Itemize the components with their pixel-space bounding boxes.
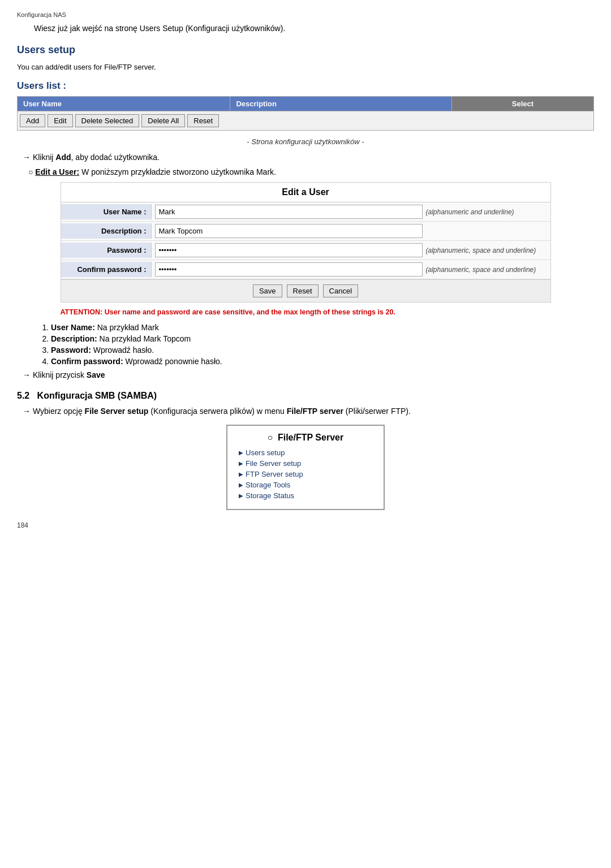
list-item-4-label: Confirm password:	[51, 357, 123, 366]
edit-password-row: Password : (alphanumeric, space and unde…	[61, 241, 550, 260]
ftp-item-label-1: Users setup	[246, 448, 285, 457]
list-item-3-text: Wprowadź hasło.	[93, 346, 154, 355]
arrow-icon-1: →	[23, 153, 33, 162]
col-select: Select	[451, 97, 593, 111]
ftp-menu-title: ○ File/FTP Server	[239, 433, 372, 443]
edit-user-box: Edit a User User Name : (alphanumeric an…	[61, 182, 551, 303]
arrow-item-1: → Kliknij Add, aby dodać użytkownika.	[23, 153, 594, 162]
circle-icon-1: ○	[28, 167, 35, 176]
users-list-title: Users list :	[17, 80, 594, 92]
page-number: 184	[17, 521, 594, 529]
ftp-menu-title-text: File/FTP Server	[278, 433, 343, 442]
edit-password-hint: (alphanumeric, space and underline)	[426, 247, 550, 254]
ftp-menu-box: ○ File/FTP Server ▶ Users setup ▶ File S…	[226, 425, 385, 510]
circle-item-1: ○ Edit a User: W poniższym przykładzie s…	[28, 167, 594, 176]
edit-btn-row: Save Reset Cancel	[61, 279, 550, 302]
edit-confirm-hint: (alphanumeric, space and underline)	[426, 266, 550, 274]
circle-text-1: W poniższym przykładzie stworzono użytko…	[81, 167, 276, 176]
add-button[interactable]: Add	[20, 114, 45, 127]
ftp-menu-item-1[interactable]: ▶ Users setup	[239, 448, 372, 457]
arrow-text-1: Kliknij Add, aby dodać użytkownika.	[33, 153, 160, 162]
edit-confirm-password-row: Confirm password : (alphanumeric, space …	[61, 260, 550, 279]
edit-username-input[interactable]	[155, 205, 423, 219]
tri-icon-1: ▶	[239, 450, 243, 456]
ftp-item-label-5: Storage Status	[246, 491, 294, 500]
section-number: 5.2	[17, 391, 29, 400]
users-setup-title: Users setup	[17, 44, 594, 56]
edit-username-label: User Name :	[61, 204, 152, 219]
edit-save-button[interactable]: Save	[253, 284, 282, 297]
section52-arrow: → Wybierz opcję File Server setup (Konfi…	[23, 407, 594, 416]
attention-text: ATTENTION: User name and password are ca…	[61, 308, 551, 316]
tri-icon-5: ▶	[239, 493, 243, 499]
list-item-2: Description: Na przykład Mark Topcom	[51, 334, 594, 343]
strona-text: - Strona konfiguracji użytkowników -	[17, 137, 594, 146]
edit-username-row: User Name : (alphanumeric and underline)	[61, 202, 550, 222]
delete-all-button[interactable]: Delete All	[141, 114, 185, 127]
edit-description-label: Description :	[61, 223, 152, 239]
list-item-1-text: Na przykład Mark	[97, 323, 159, 332]
reset-button[interactable]: Reset	[187, 114, 219, 127]
ftp-item-label-2: File Server setup	[246, 459, 301, 468]
edit-confirm-label: Confirm password :	[61, 262, 152, 277]
tri-icon-2: ▶	[239, 460, 243, 467]
edit-description-row: Description :	[61, 222, 550, 241]
table-button-row: Add Edit Delete Selected Delete All Rese…	[17, 111, 594, 131]
edit-password-input[interactable]	[155, 243, 423, 257]
ftp-menu-item-3[interactable]: ▶ FTP Server setup	[239, 470, 372, 478]
edit-username-hint: (alphanumeric and underline)	[426, 208, 550, 216]
col-description: Description	[230, 97, 452, 111]
edit-reset-button[interactable]: Reset	[287, 284, 319, 297]
list-item-2-label: Description:	[51, 334, 97, 343]
edit-user-title: Edit a User	[61, 183, 550, 202]
ftp-menu-item-4[interactable]: ▶ Storage Tools	[239, 481, 372, 489]
edit-button[interactable]: Edit	[48, 114, 72, 127]
top-label: Konfiguracja NAS	[17, 11, 594, 18]
ftp-menu-item-5[interactable]: ▶ Storage Status	[239, 491, 372, 500]
edit-description-input[interactable]	[155, 224, 423, 238]
list-item-2-text: Na przykład Mark Topcom	[100, 334, 191, 343]
edit-cancel-button[interactable]: Cancel	[323, 284, 358, 297]
list-item-3-label: Password:	[51, 346, 91, 355]
edit-confirm-input[interactable]	[155, 262, 423, 277]
arrow-text-2: Kliknij przycisk Save	[33, 370, 105, 379]
list-item-1: User Name: Na przykład Mark	[51, 323, 594, 332]
delete-selected-button[interactable]: Delete Selected	[75, 114, 140, 127]
arrow-icon-2: →	[23, 370, 31, 379]
ftp-item-label-3: FTP Server setup	[246, 470, 303, 478]
intro-text: Wiesz już jak wejść na stronę Users Setu…	[34, 24, 594, 33]
section52-arrow-icon: →	[23, 407, 33, 416]
section-title: Konfiguracja SMB (SAMBA)	[37, 391, 157, 400]
list-item-3: Password: Wprowadź hasło.	[51, 346, 594, 355]
arrow-item-2: → Kliknij przycisk Save	[23, 370, 594, 379]
list-item-1-label: User Name:	[51, 323, 95, 332]
section-52: 5.2 Konfiguracja SMB (SAMBA) → Wybierz o…	[17, 391, 594, 510]
list-item-4: Confirm password: Wprowadź ponownie hasł…	[51, 357, 594, 366]
ftp-item-label-4: Storage Tools	[246, 481, 290, 489]
col-username: User Name	[18, 97, 230, 111]
numbered-list: User Name: Na przykład Mark Description:…	[51, 323, 594, 366]
section52-arrow-text: Wybierz opcję File Server setup (Konfigu…	[33, 407, 411, 416]
edit-password-label: Password :	[61, 243, 152, 258]
ftp-menu-item-2[interactable]: ▶ File Server setup	[239, 459, 372, 468]
tri-icon-4: ▶	[239, 482, 243, 488]
list-item-4-text: Wprowadź ponownie hasło.	[125, 357, 222, 366]
tri-icon-3: ▶	[239, 471, 243, 477]
edit-a-user-label: Edit a User:	[35, 167, 79, 176]
section-52-title: 5.2 Konfiguracja SMB (SAMBA)	[17, 391, 594, 401]
users-setup-subtitle: You can add/edit users for File/FTP serv…	[17, 63, 594, 71]
users-table: User Name Description Select	[17, 96, 594, 111]
ftp-circle-icon: ○	[268, 433, 273, 442]
